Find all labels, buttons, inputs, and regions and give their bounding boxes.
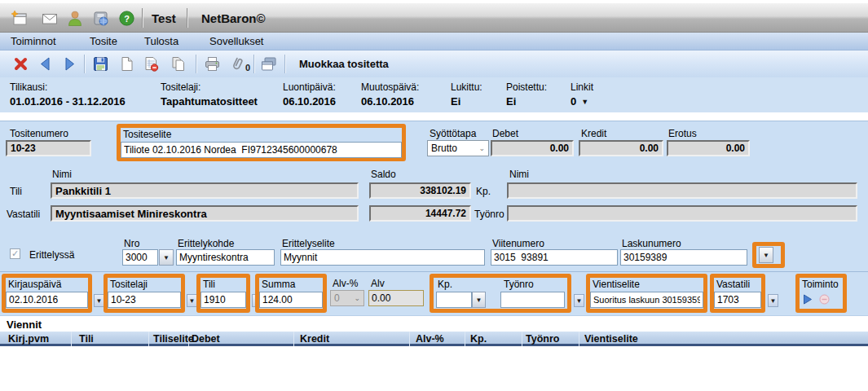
tositenumero-label: Tositenumero bbox=[10, 128, 68, 139]
copy-icon[interactable] bbox=[170, 55, 187, 72]
info-label: Muutospäivä: bbox=[361, 81, 419, 93]
tositeselite-input[interactable] bbox=[121, 142, 402, 158]
app-name: NetBaron© bbox=[201, 11, 266, 25]
col-tyonro: Työnro bbox=[526, 333, 559, 345]
toolbar-separator bbox=[84, 55, 85, 73]
links-label: Linkit bbox=[571, 81, 593, 93]
erittelyselite-input[interactable] bbox=[280, 249, 485, 266]
toolbar-separator bbox=[196, 55, 196, 73]
erotus-label: Erotus bbox=[668, 128, 697, 139]
vientiselite-highlight: Vientiselite bbox=[586, 274, 707, 313]
nro-input[interactable] bbox=[122, 249, 158, 266]
entry-tositelaji-label: Tositelaji bbox=[108, 278, 181, 292]
debet-label: Debet bbox=[492, 128, 518, 139]
links-count: 0 bbox=[571, 95, 576, 108]
invoice-dropdown-button[interactable]: ▼ bbox=[759, 247, 773, 263]
entry-vastatili-input[interactable] bbox=[714, 292, 761, 308]
tili-label: Tili bbox=[10, 186, 22, 197]
vastatili-dropdown-button[interactable]: ▼ bbox=[768, 294, 778, 307]
nro-dropdown-button[interactable]: ▼ bbox=[159, 249, 174, 266]
info-label: Tositelaji: bbox=[161, 81, 258, 93]
column-separator bbox=[465, 332, 465, 346]
debet-field bbox=[491, 140, 574, 156]
menu-toiminnot[interactable]: Toiminnot bbox=[11, 35, 56, 47]
svg-text:?: ? bbox=[124, 14, 130, 24]
nro-label: Nro bbox=[124, 238, 139, 249]
help-icon[interactable]: ? bbox=[119, 11, 134, 26]
summa-input[interactable] bbox=[259, 292, 323, 308]
entry-tili-input[interactable] bbox=[200, 292, 246, 308]
column-separator bbox=[522, 332, 522, 346]
menu-tulosta[interactable]: Tulosta bbox=[144, 35, 178, 47]
user-icon[interactable] bbox=[66, 10, 84, 28]
col-kirjpvm: Kirj.pvm bbox=[8, 333, 49, 345]
entry-kp-dropdown-button[interactable]: ▼ bbox=[472, 292, 486, 308]
links-dropdown[interactable]: 0 ▼ bbox=[571, 95, 593, 108]
alv-label: Alv bbox=[371, 278, 385, 289]
alv-pct-value: 0 bbox=[334, 292, 340, 304]
entry-kp-label: Kp. bbox=[435, 278, 455, 292]
toolbar-separator bbox=[253, 55, 254, 73]
info-linkit: Linkit 0 ▼ bbox=[571, 81, 593, 108]
info-poistettu: Poistettu: Ei bbox=[506, 81, 547, 108]
info-value: 06.10.2016 bbox=[361, 95, 419, 108]
syottotapa-select[interactable]: Brutto ⌄ bbox=[427, 140, 489, 156]
info-value: Ei bbox=[451, 95, 482, 108]
entry-tyonro-label: Työnro bbox=[501, 278, 536, 292]
windows-icon[interactable] bbox=[260, 55, 277, 72]
column-separator bbox=[71, 332, 72, 346]
entry-vientiselite-input[interactable] bbox=[590, 292, 703, 308]
web-save-icon[interactable] bbox=[92, 10, 110, 28]
kp-label: Kp. bbox=[476, 186, 491, 197]
kirjauspaiva-input[interactable] bbox=[6, 292, 88, 308]
info-label: Poistettu: bbox=[506, 81, 547, 93]
erittelyselite-label: Erittelyselite bbox=[282, 238, 335, 249]
environment-label: Test bbox=[152, 11, 176, 25]
entry-vientiselite-label: Vientiselite bbox=[590, 278, 703, 292]
erotus-field bbox=[667, 140, 750, 156]
remove-entry-icon[interactable] bbox=[819, 294, 830, 305]
print-icon[interactable] bbox=[204, 55, 221, 72]
entry-tyonro-input[interactable] bbox=[500, 292, 565, 308]
title-bar: ? Test NetBaron© bbox=[0, 3, 868, 33]
entry-kp-input[interactable] bbox=[436, 292, 472, 308]
info-value: 06.10.2016 bbox=[283, 95, 336, 108]
remove-document-icon[interactable] bbox=[143, 55, 160, 72]
page-title: Muokkaa tositetta bbox=[299, 58, 389, 70]
saldo-label: Saldo bbox=[371, 169, 396, 180]
syottotapa-label: Syöttötapa bbox=[430, 128, 476, 139]
entry-tositelaji-input[interactable] bbox=[108, 292, 181, 308]
info-tilikausi: Tilikausi: 01.01.2016 - 31.12.2016 bbox=[10, 81, 126, 108]
tyonro-dropdown-button[interactable]: ▼ bbox=[574, 294, 584, 307]
column-separator bbox=[579, 332, 579, 346]
save-icon[interactable] bbox=[92, 55, 109, 72]
alv-pct-select[interactable]: 0 ⌄ bbox=[330, 290, 364, 306]
new-document-icon[interactable] bbox=[118, 55, 135, 72]
new-window-icon[interactable] bbox=[11, 10, 29, 28]
kredit-field bbox=[579, 140, 663, 156]
document-info-bar: Tilikausi: 01.01.2016 - 31.12.2016 Tosit… bbox=[0, 77, 868, 112]
next-icon[interactable] bbox=[61, 55, 78, 72]
attachment-icon[interactable] bbox=[229, 55, 246, 72]
menu-sovellukset[interactable]: Sovellukset bbox=[209, 35, 263, 47]
tili-highlight: Tili bbox=[196, 274, 250, 313]
menu-tosite[interactable]: Tosite bbox=[90, 35, 117, 47]
chevron-down-icon: ⌄ bbox=[478, 144, 485, 152]
summa-highlight: Summa bbox=[255, 274, 327, 313]
erittelyssa-checkbox[interactable]: ✓ bbox=[10, 248, 20, 259]
laskunumero-input[interactable] bbox=[620, 249, 747, 266]
delete-icon[interactable] bbox=[12, 55, 29, 72]
kp-tyonro-highlight: Kp. Työnro ▼ bbox=[430, 274, 571, 313]
invoice-dropdown-highlight: ▼ bbox=[752, 242, 785, 268]
entry-tili-label: Tili bbox=[200, 278, 246, 292]
kirjauspaiva-label: Kirjauspäivä bbox=[6, 278, 88, 292]
prev-icon[interactable] bbox=[37, 55, 54, 72]
vastatili-label: Vastatili bbox=[7, 209, 40, 220]
erittelykohde-input[interactable] bbox=[176, 249, 275, 266]
tositeselite-label: Tositeselite bbox=[121, 128, 402, 142]
mail-icon[interactable] bbox=[41, 10, 59, 28]
run-entry-icon[interactable] bbox=[803, 294, 813, 305]
info-tositelaji: Tositelaji: Tapahtumatositteet bbox=[161, 81, 258, 108]
viitenumero-input[interactable] bbox=[491, 249, 618, 266]
toiminto-highlight: Toiminto bbox=[795, 274, 847, 313]
